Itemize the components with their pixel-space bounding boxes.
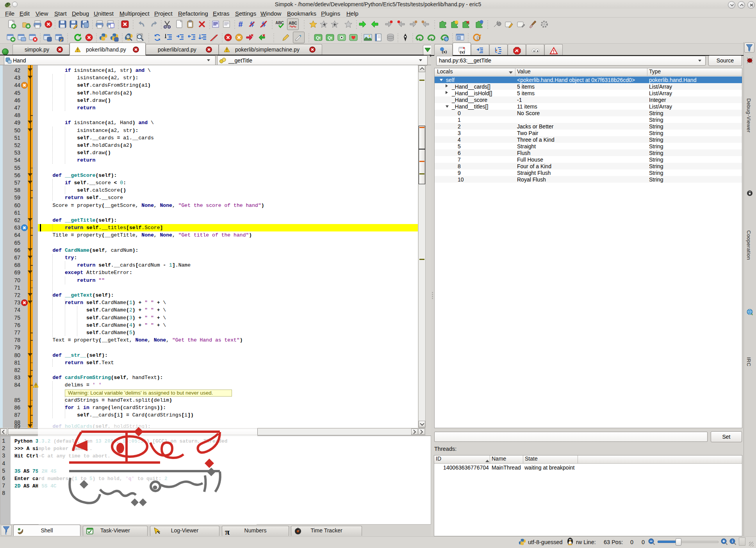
svg-text:Qt: Qt bbox=[316, 36, 321, 40]
svg-text:!: ! bbox=[226, 48, 227, 52]
svg-text:!: ! bbox=[35, 384, 36, 388]
svg-text:!: ! bbox=[77, 48, 78, 52]
svg-text:ABC: ABC bbox=[289, 21, 297, 25]
svg-text:Qt: Qt bbox=[328, 36, 333, 40]
svg-text:(x): (x) bbox=[460, 50, 465, 55]
svg-text:i: i bbox=[732, 539, 733, 543]
svg-text:#: # bbox=[238, 20, 242, 28]
svg-text:(x): (x) bbox=[442, 49, 447, 54]
